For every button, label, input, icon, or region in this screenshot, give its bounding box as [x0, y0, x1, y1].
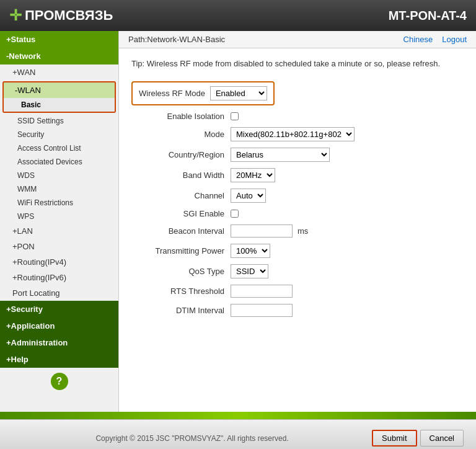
transmitting-power-control: 100% 75% 50% 25% [231, 244, 270, 258]
header-logo: ✛ ПРОМСВЯЗЬ [9, 7, 113, 24]
mode-control: Mixed(802.11b+802.11g+802.11n [231, 127, 355, 141]
bottom-buttons: Submit Cancel [372, 430, 464, 447]
sgi-enable-label: SGI Enable [131, 209, 231, 218]
rts-threshold-row: RTS Threshold 2347 [131, 285, 464, 298]
sidebar-item-wlan[interactable]: -WLAN [4, 82, 115, 98]
dtim-interval-control: 1 [231, 304, 293, 317]
sidebar-item-routing-ipv6[interactable]: +Routing(IPv6) [0, 270, 118, 285]
submit-button[interactable]: Submit [372, 430, 416, 447]
transmitting-power-select[interactable]: 100% 75% 50% 25% [231, 244, 270, 258]
mode-row: Mode Mixed(802.11b+802.11g+802.11n [131, 127, 464, 141]
country-region-row: Country/Region Belarus [131, 148, 464, 162]
band-width-select[interactable]: 20MHz 40MHz [231, 168, 275, 182]
sidebar-wlan-box: -WLAN Basic [2, 81, 116, 113]
band-width-label: Band Width [131, 171, 231, 180]
sidebar-item-ssid-settings[interactable]: SSID Settings [0, 114, 118, 128]
qos-type-label: QoS Type [131, 267, 231, 276]
country-region-control: Belarus [231, 148, 330, 162]
channel-row: Channel Auto 1 6 11 [131, 189, 464, 203]
dtim-interval-input[interactable]: 1 [231, 304, 293, 317]
transmitting-power-row: Transmitting Power 100% 75% 50% 25% [131, 244, 464, 258]
rts-threshold-label: RTS Threshold [131, 287, 231, 296]
logout-link[interactable]: Logout [442, 35, 467, 44]
mode-label: Mode [131, 130, 231, 139]
path-bar: Path:Network-WLAN-Basic Chinese Logout [119, 31, 476, 48]
sidebar-item-wan[interactable]: +WAN [0, 64, 118, 80]
wave-bar [0, 412, 476, 419]
layout: +Status -Network +WAN -WLAN Basic SSID S… [0, 31, 476, 412]
sidebar-item-status[interactable]: +Status [0, 31, 118, 48]
qos-type-row: QoS Type SSID [131, 264, 464, 278]
beacon-interval-input[interactable]: 100 [231, 225, 293, 238]
sidebar-item-security[interactable]: Security [0, 128, 118, 141]
sidebar-item-associated-devices[interactable]: Associated Devices [0, 155, 118, 169]
dtim-interval-label: DTIM Interval [131, 306, 231, 315]
path-links: Chinese Logout [403, 35, 467, 44]
logo-cross-icon: ✛ [9, 7, 22, 24]
channel-select[interactable]: Auto 1 6 11 [231, 189, 266, 203]
rts-threshold-control: 2347 [231, 285, 293, 298]
sgi-enable-checkbox[interactable] [231, 210, 239, 218]
sidebar-item-wds[interactable]: WDS [0, 169, 118, 182]
help-button[interactable]: ? [51, 373, 68, 390]
sidebar-item-pon[interactable]: +PON [0, 239, 118, 254]
wireless-rf-mode-select[interactable]: Enabled Disabled Scheduled [210, 86, 267, 100]
qos-type-control: SSID [231, 264, 268, 278]
qos-type-select[interactable]: SSID [231, 264, 268, 278]
enable-isolation-control [231, 112, 239, 120]
rts-threshold-input[interactable]: 2347 [231, 285, 293, 298]
dtim-interval-row: DTIM Interval 1 [131, 304, 464, 317]
wireless-rf-mode-label: Wireless RF Mode [139, 89, 205, 98]
sidebar-item-access-control-list[interactable]: Access Control List [0, 141, 118, 155]
sidebar-item-security-section[interactable]: +Security [0, 301, 118, 318]
wireless-rf-mode-box: Wireless RF Mode Enabled Disabled Schedu… [131, 81, 275, 105]
sidebar-item-wps[interactable]: WPS [0, 210, 118, 223]
country-region-select[interactable]: Belarus [231, 148, 330, 162]
beacon-interval-unit: ms [298, 226, 308, 236]
sidebar-item-application[interactable]: +Application [0, 318, 118, 334]
band-width-control: 20MHz 40MHz [231, 168, 275, 182]
sidebar-item-routing-ipv4[interactable]: +Routing(IPv4) [0, 254, 118, 270]
tip-text: Tip: Wireless RF mode from disabled to s… [131, 58, 464, 70]
sidebar-item-basic[interactable]: Basic [4, 98, 115, 112]
sidebar-item-administration[interactable]: +Administration [0, 334, 118, 351]
sidebar-item-network[interactable]: -Network [0, 48, 118, 64]
channel-label: Channel [131, 191, 231, 200]
transmitting-power-label: Transmitting Power [131, 246, 231, 256]
sidebar-item-wmm[interactable]: WMM [0, 182, 118, 196]
chinese-link[interactable]: Chinese [403, 35, 433, 44]
band-width-row: Band Width 20MHz 40MHz [131, 168, 464, 182]
sidebar-item-wifi-restrictions[interactable]: WiFi Restrictions [0, 196, 118, 210]
bottom-bar: Copyright © 2015 JSC "PROMSVYAZ". All ri… [0, 419, 476, 449]
logo-text: ПРОМСВЯЗЬ [25, 7, 113, 24]
country-region-label: Country/Region [131, 150, 231, 159]
cancel-button[interactable]: Cancel [420, 430, 464, 447]
beacon-interval-label: Beacon Interval [131, 226, 231, 236]
mode-select[interactable]: Mixed(802.11b+802.11g+802.11n [231, 127, 355, 141]
sgi-enable-row: SGI Enable [131, 209, 464, 218]
enable-isolation-label: Enable Isolation [131, 112, 231, 121]
sidebar-item-port-locating[interactable]: Port Locating [0, 285, 118, 301]
main-content: Path:Network-WLAN-Basic Chinese Logout T… [119, 31, 476, 412]
header: ✛ ПРОМСВЯЗЬ MT-PON-AT-4 [0, 0, 476, 31]
enable-isolation-checkbox[interactable] [231, 112, 239, 120]
beacon-interval-control: 100 ms [231, 225, 308, 238]
sidebar-item-lan[interactable]: +LAN [0, 223, 118, 239]
enable-isolation-row: Enable Isolation [131, 112, 464, 121]
beacon-interval-row: Beacon Interval 100 ms [131, 225, 464, 238]
path-text: Path:Network-WLAN-Basic [128, 35, 225, 44]
footer-copyright: Copyright © 2015 JSC "PROMSVYAZ". All ri… [12, 434, 372, 443]
content-area: Tip: Wireless RF mode from disabled to s… [119, 48, 476, 412]
channel-control: Auto 1 6 11 [231, 189, 266, 203]
header-device-name: MT-PON-AT-4 [389, 9, 467, 23]
sidebar-item-help[interactable]: +Help [0, 351, 118, 368]
sgi-enable-control [231, 210, 239, 218]
sidebar: +Status -Network +WAN -WLAN Basic SSID S… [0, 31, 119, 412]
